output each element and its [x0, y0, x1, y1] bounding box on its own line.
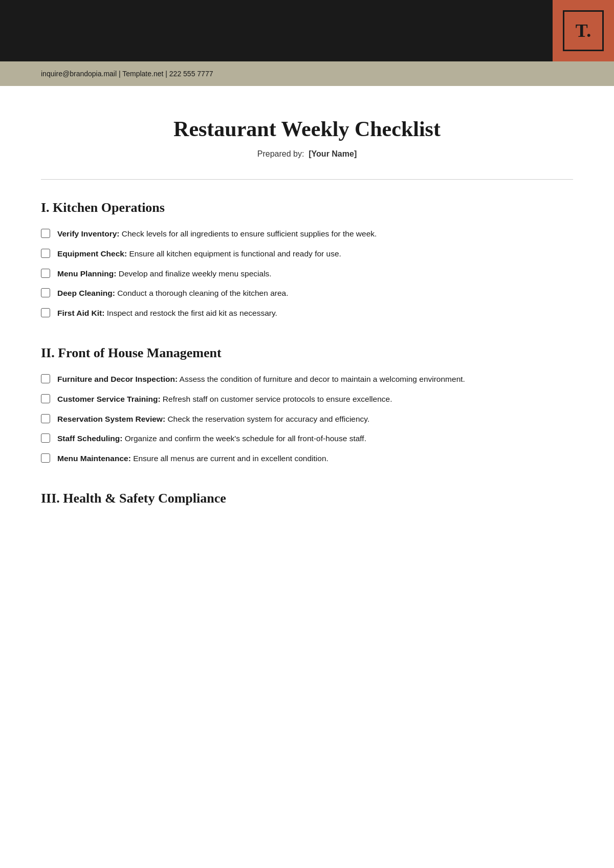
sections-container: I. Kitchen OperationsVerify Inventory: C…	[41, 200, 573, 506]
item-bold-label: Deep Cleaning:	[57, 289, 115, 297]
list-item: Equipment Check: Ensure all kitchen equi…	[41, 248, 573, 261]
item-bold-label: Equipment Check:	[57, 249, 127, 258]
item-text: Deep Cleaning: Conduct a thorough cleani…	[57, 287, 288, 300]
main-content: Restaurant Weekly Checklist Prepared by:…	[0, 86, 614, 562]
list-item: Deep Cleaning: Conduct a thorough cleani…	[41, 287, 573, 300]
item-bold-label: Furniture and Decor Inspection:	[57, 375, 178, 383]
checkbox[interactable]	[41, 269, 50, 278]
contact-bar: inquire@brandopia.mail | Template.net | …	[0, 61, 614, 86]
section-health-safety: III. Health & Safety Compliance	[41, 491, 573, 506]
list-item: Staff Scheduling: Organize and confirm t…	[41, 432, 573, 445]
item-text: Staff Scheduling: Organize and confirm t…	[57, 432, 366, 445]
checkbox[interactable]	[41, 374, 50, 383]
checkbox[interactable]	[41, 308, 50, 317]
item-bold-label: Menu Planning:	[57, 269, 116, 278]
divider	[41, 179, 573, 180]
checkbox[interactable]	[41, 433, 50, 443]
section-title-health-safety: III. Health & Safety Compliance	[41, 491, 573, 506]
item-bold-label: Customer Service Training:	[57, 395, 161, 403]
prepared-by-label: Prepared by:	[257, 149, 304, 158]
list-item: First Aid Kit: Inspect and restock the f…	[41, 307, 573, 320]
item-bold-label: Staff Scheduling:	[57, 434, 122, 443]
list-item: Furniture and Decor Inspection: Assess t…	[41, 373, 573, 386]
item-bold-label: First Aid Kit:	[57, 309, 104, 317]
checkbox[interactable]	[41, 414, 50, 423]
logo-inner: T.	[563, 10, 604, 51]
checkbox[interactable]	[41, 229, 50, 238]
prepared-by: Prepared by: [Your Name]	[41, 149, 573, 159]
item-text: First Aid Kit: Inspect and restock the f…	[57, 307, 277, 320]
item-bold-label: Menu Maintenance:	[57, 454, 131, 463]
list-item: Menu Maintenance: Ensure all menus are c…	[41, 452, 573, 465]
item-text: Customer Service Training: Refresh staff…	[57, 393, 392, 406]
section-kitchen-operations: I. Kitchen OperationsVerify Inventory: C…	[41, 200, 573, 320]
document-title: Restaurant Weekly Checklist	[41, 117, 573, 141]
section-title-kitchen-operations: I. Kitchen Operations	[41, 200, 573, 215]
logo-container: T.	[553, 0, 614, 61]
logo-text: T.	[576, 20, 591, 41]
item-text: Menu Planning: Develop and finalize week…	[57, 268, 272, 280]
checklist-kitchen-operations: Verify Inventory: Check levels for all i…	[41, 228, 573, 320]
checklist-front-of-house: Furniture and Decor Inspection: Assess t…	[41, 373, 573, 465]
header-bar: T.	[0, 0, 614, 61]
section-title-front-of-house: II. Front of House Management	[41, 345, 573, 361]
checkbox[interactable]	[41, 249, 50, 258]
list-item: Reservation System Review: Check the res…	[41, 413, 573, 426]
contact-info: inquire@brandopia.mail | Template.net | …	[41, 70, 213, 78]
prepared-by-value: [Your Name]	[309, 149, 357, 158]
item-text: Equipment Check: Ensure all kitchen equi…	[57, 248, 341, 261]
list-item: Menu Planning: Develop and finalize week…	[41, 268, 573, 280]
checkbox[interactable]	[41, 453, 50, 463]
item-text: Menu Maintenance: Ensure all menus are c…	[57, 452, 328, 465]
checkbox[interactable]	[41, 288, 50, 297]
item-bold-label: Reservation System Review:	[57, 415, 165, 423]
item-text: Verify Inventory: Check levels for all i…	[57, 228, 377, 241]
item-bold-label: Verify Inventory:	[57, 229, 119, 238]
item-text: Reservation System Review: Check the res…	[57, 413, 369, 426]
checkbox[interactable]	[41, 394, 50, 403]
list-item: Customer Service Training: Refresh staff…	[41, 393, 573, 406]
list-item: Verify Inventory: Check levels for all i…	[41, 228, 573, 241]
item-text: Furniture and Decor Inspection: Assess t…	[57, 373, 465, 386]
section-front-of-house: II. Front of House ManagementFurniture a…	[41, 345, 573, 465]
